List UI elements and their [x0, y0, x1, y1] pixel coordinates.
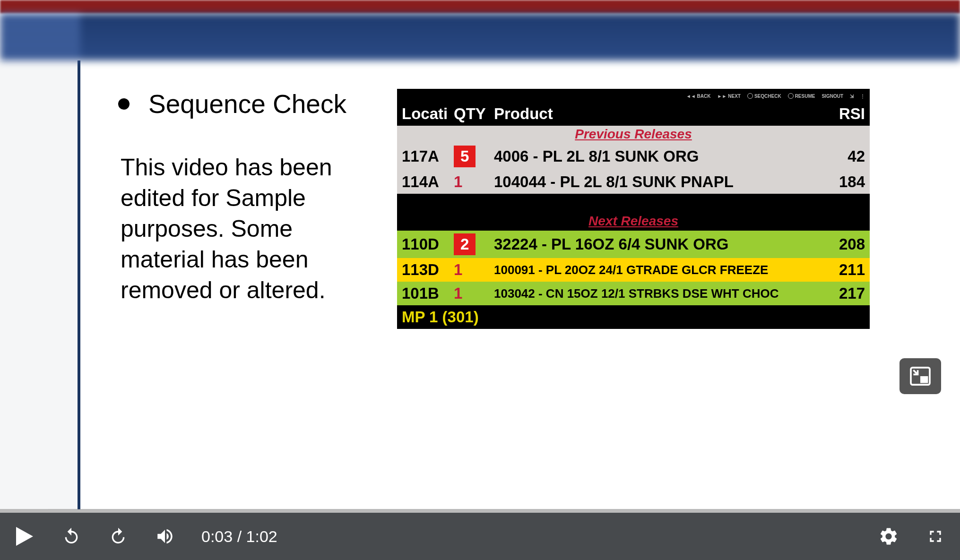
cell-product: 104044 - PL 2L 8/1 SUNK PNAPL: [494, 173, 832, 191]
cell-product: 103042 - CN 15OZ 12/1 STRBKS DSE WHT CHO…: [494, 286, 832, 301]
toolbar-resume-button[interactable]: RESUME: [788, 93, 815, 99]
play-button[interactable]: [14, 526, 35, 547]
forward-button[interactable]: [108, 526, 129, 547]
cell-rsi: 211: [832, 261, 865, 279]
cell-location: 101B: [402, 284, 454, 302]
cell-product: 4006 - PL 2L 8/1 SUNK ORG: [494, 147, 832, 165]
video-progress-track[interactable]: [0, 509, 960, 513]
fullscreen-button[interactable]: [925, 526, 946, 547]
terminal-footer: MP 1 (301): [397, 305, 870, 329]
header-location: Locati: [402, 105, 454, 123]
header-product: Product: [494, 105, 832, 123]
table-row: 110D 2 32224 - PL 16OZ 6/4 SUNK ORG 208: [397, 231, 870, 258]
toolbar-menu-icon[interactable]: ⋮: [860, 94, 865, 99]
bullet-icon: [118, 98, 130, 110]
toolbar-seqcheck-button[interactable]: SEQCHECK: [747, 93, 781, 99]
toolbar-back-button[interactable]: ◄◄ BACK: [686, 94, 711, 99]
terminal-pane: ◄◄ BACK ►► NEXT SEQCHECK RESUME SIGNOUT …: [397, 89, 932, 509]
toolbar-expand-icon[interactable]: ⇲: [850, 94, 854, 99]
cell-qty: 1: [454, 284, 494, 302]
slide-body: This video has been edited for Sample pu…: [121, 152, 383, 306]
table-row: 101B 1 103042 - CN 15OZ 12/1 STRBKS DSE …: [397, 282, 870, 305]
right-controls: [878, 526, 946, 547]
rewind-button[interactable]: [61, 526, 82, 547]
terminal-window: ◄◄ BACK ►► NEXT SEQCHECK RESUME SIGNOUT …: [397, 89, 870, 329]
time-display: 0:03 / 1:02: [201, 527, 277, 546]
header-qty: QTY: [454, 105, 494, 123]
cell-location: 114A: [402, 173, 454, 191]
next-releases-label: Next Releases: [397, 210, 870, 231]
duration: 1:02: [246, 527, 277, 545]
pip-button[interactable]: [899, 358, 941, 394]
cell-qty: 1: [454, 173, 494, 191]
slide-text-pane: Sequence Check This video has been edite…: [118, 89, 383, 509]
cell-location: 110D: [402, 235, 454, 253]
cell-qty: 1: [454, 261, 494, 279]
svg-rect-1: [920, 376, 928, 383]
next-releases-section: Next Releases 110D 2 32224 - PL 16OZ 6/4…: [397, 210, 870, 305]
toolbar-signout-button[interactable]: SIGNOUT: [822, 94, 843, 99]
volume-button[interactable]: [155, 526, 175, 547]
table-row: 117A 5 4006 - PL 2L 8/1 SUNK ORG 42: [397, 143, 870, 170]
terminal-toolbar: ◄◄ BACK ►► NEXT SEQCHECK RESUME SIGNOUT …: [397, 89, 870, 103]
bullet-line: Sequence Check: [118, 89, 383, 119]
table-row: 113D 1 100091 - PL 20OZ 24/1 GTRADE GLCR…: [397, 258, 870, 282]
app-nav-blurred: [0, 13, 960, 60]
cell-rsi: 184: [832, 173, 865, 191]
toolbar-next-button[interactable]: ►► NEXT: [717, 94, 740, 99]
settings-button[interactable]: [878, 526, 899, 547]
cell-product: 100091 - PL 20OZ 24/1 GTRADE GLCR FREEZE: [494, 263, 832, 277]
cell-rsi: 217: [832, 284, 865, 302]
left-sidebar: [0, 60, 80, 509]
cell-product: 32224 - PL 16OZ 6/4 SUNK ORG: [494, 235, 832, 253]
content-wrapper: Sequence Check This video has been edite…: [0, 60, 960, 509]
terminal-header-row: Locati QTY Product RSI: [397, 103, 870, 126]
previous-releases-label: Previous Releases: [397, 126, 870, 143]
cell-qty: 5: [454, 146, 494, 167]
cell-rsi: 42: [832, 147, 865, 165]
cell-location: 117A: [402, 147, 454, 165]
main-content: Sequence Check This video has been edite…: [80, 60, 960, 509]
previous-releases-section: Previous Releases 117A 5 4006 - PL 2L 8/…: [397, 126, 870, 194]
header-rsi: RSI: [832, 105, 865, 123]
pip-icon: [910, 367, 931, 386]
cell-qty: 2: [454, 233, 494, 255]
table-row: 114A 1 104044 - PL 2L 8/1 SUNK PNAPL 184: [397, 170, 870, 194]
current-time: 0:03: [201, 527, 233, 545]
slide-title: Sequence Check: [148, 89, 346, 119]
cell-location: 113D: [402, 261, 454, 279]
window-chrome-top: [0, 0, 960, 13]
cell-rsi: 208: [832, 235, 865, 253]
section-gap: [397, 194, 870, 210]
video-controls: 0:03 / 1:02: [0, 513, 960, 560]
video-progress-fill: [0, 509, 48, 513]
